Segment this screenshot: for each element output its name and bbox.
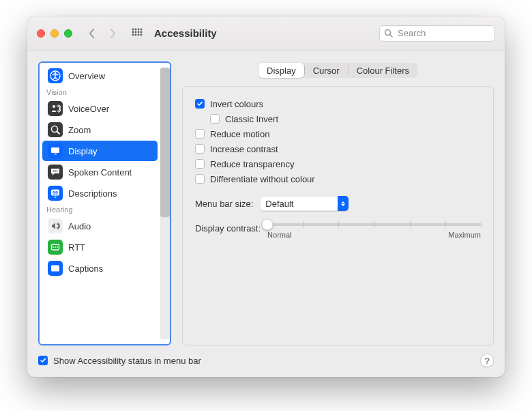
quote-bubble-icon: 99: [48, 186, 63, 201]
display-contrast-slider[interactable]: [267, 223, 481, 226]
display-contrast-label: Display contrast:: [195, 223, 261, 233]
sidebar: OverviewVisionVoiceOverZoomDisplaySpoken…: [38, 61, 171, 345]
sidebar-item-label: RTT: [68, 242, 85, 253]
voiceover-icon: [48, 101, 63, 116]
window-title: Accessibility: [154, 27, 217, 39]
preferences-window: Accessibility OverviewVisionVoiceOverZoo…: [27, 16, 505, 377]
display-settings-panel: Invert colours Classic Invert Reduce mot…: [182, 86, 494, 345]
svg-point-4: [132, 31, 134, 33]
svg-point-2: [138, 28, 140, 30]
svg-point-16: [53, 105, 55, 108]
tab-cursor[interactable]: Cursor: [305, 63, 348, 78]
help-button[interactable]: ?: [480, 354, 494, 367]
show-all-button[interactable]: [130, 25, 145, 42]
tab-display[interactable]: Display: [258, 63, 304, 78]
svg-point-23: [57, 171, 58, 172]
svg-text:99: 99: [53, 190, 58, 195]
svg-line-13: [390, 35, 392, 37]
sidebar-item-zoom[interactable]: Zoom: [42, 119, 158, 140]
minimize-window-button[interactable]: [50, 29, 59, 38]
show-status-checkbox[interactable]: [38, 356, 48, 365]
footer: Show Accessibility status in menu bar ?: [27, 352, 505, 377]
svg-rect-20: [54, 154, 57, 154]
back-button[interactable]: [85, 25, 100, 42]
display-icon: [48, 143, 63, 158]
sidebar-item-label: Captions: [68, 264, 103, 274]
rtt-icon: [48, 240, 63, 255]
svg-point-7: [141, 31, 143, 33]
menu-bar-size-popup[interactable]: Default: [260, 196, 349, 211]
speaker-icon: [48, 218, 63, 233]
sidebar-item-label: Spoken Content: [68, 167, 132, 178]
menu-bar-size-label: Menu bar size:: [195, 199, 253, 209]
menu-bar-size-value: Default: [265, 199, 338, 209]
sidebar-scrollbar[interactable]: [160, 65, 170, 342]
sidebar-list: OverviewVisionVoiceOverZoomDisplaySpoken…: [40, 65, 160, 342]
body: OverviewVisionVoiceOverZoomDisplaySpoken…: [27, 51, 505, 352]
sidebar-item-label: Zoom: [68, 125, 91, 135]
accessibility-icon: [48, 68, 63, 83]
svg-point-27: [53, 246, 54, 248]
window-controls: [37, 29, 72, 38]
sidebar-item-label: Display: [68, 146, 98, 156]
svg-point-28: [55, 246, 56, 248]
svg-point-3: [141, 28, 143, 30]
sidebar-item-label: Overview: [68, 71, 105, 81]
captions-icon: [48, 261, 63, 276]
search-field[interactable]: [379, 25, 495, 42]
svg-point-6: [138, 31, 140, 33]
svg-point-15: [55, 72, 57, 74]
classic-invert-label: Classic Invert: [225, 114, 278, 124]
svg-point-5: [135, 31, 137, 33]
svg-point-29: [57, 246, 58, 248]
sidebar-item-display[interactable]: Display: [42, 141, 158, 161]
toolbar: Accessibility: [27, 16, 505, 51]
subpane-tabs: DisplayCursorColour Filters: [258, 63, 417, 78]
svg-point-10: [138, 33, 140, 36]
sidebar-item-label: Audio: [68, 221, 91, 231]
svg-point-0: [132, 28, 134, 30]
svg-line-18: [57, 132, 60, 134]
slider-min-label: Normal: [267, 231, 291, 239]
svg-point-21: [53, 171, 55, 172]
sidebar-item-audio[interactable]: Audio: [42, 216, 158, 236]
zoom-icon: [48, 122, 63, 137]
svg-rect-19: [51, 147, 59, 153]
close-window-button[interactable]: [37, 29, 45, 38]
sidebar-item-captions[interactable]: Captions: [42, 258, 158, 279]
search-icon: [384, 29, 393, 38]
reduce-transparency-label: Reduce transparency: [210, 159, 295, 169]
increase-contrast-label: Increase contrast: [210, 144, 278, 154]
speech-bubble-icon: [48, 165, 63, 180]
slider-max-label: Maximum: [448, 231, 481, 239]
differentiate-without-colour-label: Differentiate without colour: [210, 174, 315, 184]
classic-invert-checkbox[interactable]: [210, 114, 220, 124]
differentiate-without-colour-checkbox[interactable]: [195, 174, 205, 184]
main-panel: DisplayCursorColour Filters Invert colou…: [182, 61, 494, 345]
tab-colour-filters[interactable]: Colour Filters: [349, 63, 417, 78]
invert-colours-label: Invert colours: [210, 99, 263, 109]
sidebar-item-label: VoiceOver: [68, 104, 109, 114]
sidebar-item-descriptions[interactable]: 99Descriptions: [42, 183, 158, 203]
slider-knob[interactable]: [262, 219, 273, 230]
svg-point-22: [55, 171, 56, 172]
svg-point-9: [135, 33, 137, 36]
sidebar-section-label: Hearing: [40, 204, 160, 215]
forward-button[interactable]: [105, 25, 120, 42]
reduce-transparency-checkbox[interactable]: [195, 159, 205, 169]
svg-point-1: [135, 28, 137, 30]
reduce-motion-checkbox[interactable]: [195, 129, 205, 139]
reduce-motion-label: Reduce motion: [210, 129, 269, 139]
popup-stepper-icon: [338, 196, 349, 211]
sidebar-item-voiceover[interactable]: VoiceOver: [42, 98, 158, 119]
sidebar-item-spoken-content[interactable]: Spoken Content: [42, 162, 158, 182]
svg-rect-32: [57, 269, 58, 270]
sidebar-item-rtt[interactable]: RTT: [42, 237, 158, 257]
svg-rect-30: [51, 266, 59, 272]
zoom-window-button[interactable]: [64, 29, 72, 38]
search-input[interactable]: [396, 27, 505, 39]
sidebar-item-overview[interactable]: Overview: [42, 66, 158, 86]
increase-contrast-checkbox[interactable]: [195, 144, 205, 154]
invert-colours-checkbox[interactable]: [195, 99, 205, 109]
show-status-label: Show Accessibility status in menu bar: [53, 356, 201, 366]
